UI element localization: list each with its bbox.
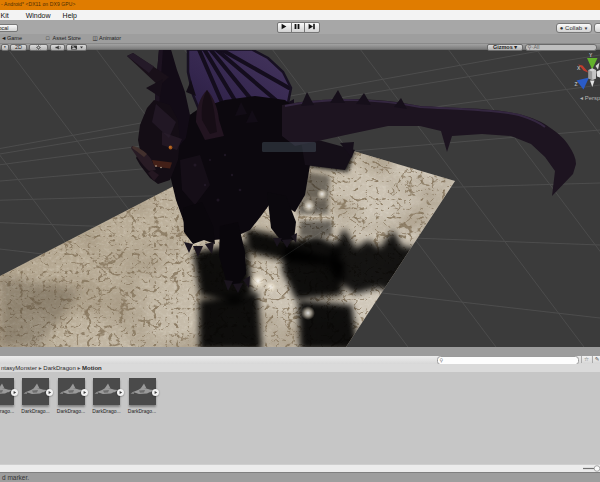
svg-text:◂ Persp: ◂ Persp — [580, 95, 600, 101]
svg-text:Z: Z — [575, 81, 578, 87]
